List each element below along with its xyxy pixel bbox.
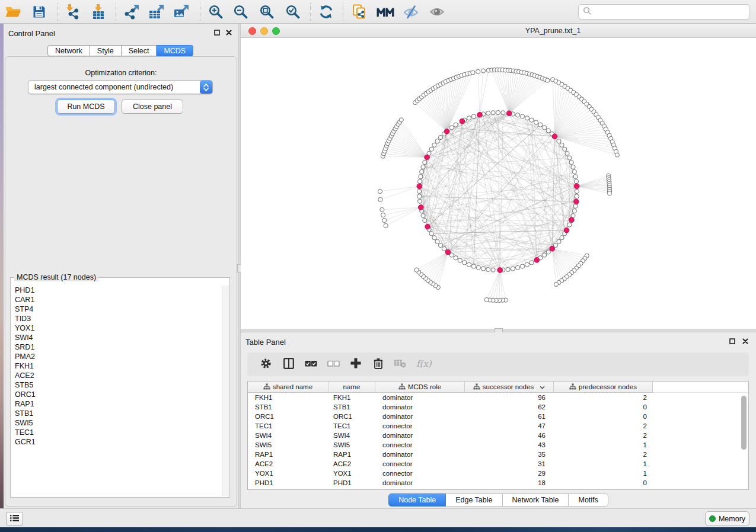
tab-network[interactable]: Network [47, 45, 90, 56]
create-column-button[interactable] [347, 355, 365, 373]
cell-mcds-role[interactable]: dominator [375, 478, 465, 488]
cell-name[interactable]: YOX1 [328, 469, 375, 478]
import-table-button[interactable] [88, 2, 109, 22]
fit-selected-button[interactable] [283, 2, 303, 22]
search-input[interactable] [595, 6, 749, 18]
task-history-button[interactable] [6, 512, 23, 525]
cell-successor-nodes[interactable]: 29 [465, 469, 554, 478]
cell-successor-nodes[interactable]: 31 [465, 459, 554, 469]
mcds-result-item[interactable]: PMA2 [11, 352, 222, 361]
cell-name[interactable]: STB1 [328, 402, 375, 412]
mcds-result-item[interactable]: TID3 [11, 314, 222, 323]
show-all-button[interactable] [427, 2, 447, 22]
cell-successor-nodes[interactable]: 96 [465, 393, 554, 402]
tab-edge-table[interactable]: Edge Table [446, 493, 502, 507]
mcds-result-item[interactable]: GCR1 [11, 437, 222, 447]
cell-name[interactable]: TEC1 [328, 421, 375, 431]
tab-node-table[interactable]: Node Table [388, 493, 446, 507]
cell-name[interactable]: SWI5 [328, 440, 375, 450]
mcds-result-item[interactable]: SWI5 [11, 418, 222, 428]
float-panel-icon[interactable] [213, 28, 221, 36]
tab-select[interactable]: Select [122, 45, 157, 56]
cell-successor-nodes[interactable]: 43 [465, 440, 554, 450]
table-row[interactable]: YOX1YOX1connector291 [248, 469, 748, 478]
table-settings-button[interactable] [257, 355, 275, 373]
cell-shared-name[interactable]: STB1 [248, 402, 328, 412]
cell-shared-name[interactable]: TEC1 [248, 421, 328, 431]
column-header-name[interactable]: name [328, 382, 375, 393]
close-panel-icon[interactable] [225, 28, 232, 36]
table-row[interactable]: PHD1PHD1dominator180 [248, 478, 748, 488]
cell-mcds-role[interactable]: dominator [375, 393, 465, 402]
table-row[interactable]: ACE2ACE2connector311 [248, 459, 748, 469]
cell-mcds-role[interactable]: connector [375, 421, 465, 431]
tab-network-table[interactable]: Network Table [503, 493, 569, 507]
open-session-button[interactable] [3, 2, 23, 22]
export-table-button[interactable] [146, 2, 167, 22]
mcds-result-item[interactable]: STP4 [11, 305, 222, 314]
zoom-out-button[interactable] [231, 2, 251, 22]
table-row[interactable]: TEC1TEC1connector472 [248, 421, 748, 431]
cell-mcds-role[interactable]: dominator [375, 402, 465, 412]
mcds-result-item[interactable]: TEC1 [11, 428, 222, 437]
hide-selected-button[interactable] [401, 2, 421, 22]
refresh-view-button[interactable] [316, 2, 336, 22]
table-row[interactable]: STB1STB1dominator620 [248, 402, 748, 412]
cell-name[interactable]: RAP1 [328, 450, 375, 459]
cell-predecessor-nodes[interactable]: 0 [554, 402, 653, 412]
cell-name[interactable]: SWI4 [328, 431, 375, 440]
cell-name[interactable]: FKH1 [328, 393, 375, 402]
mcds-result-item[interactable]: FKH1 [11, 361, 222, 371]
import-network-button[interactable] [62, 2, 82, 22]
network-window-titlebar[interactable]: YPA_prune.txt_1 [241, 24, 756, 38]
mcds-result-item[interactable]: RAP1 [11, 399, 222, 409]
cell-predecessor-nodes[interactable]: 1 [554, 440, 653, 450]
close-panel-icon[interactable] [741, 337, 749, 345]
mcds-result-item[interactable]: CAR1 [11, 295, 222, 305]
mcds-list-scrollbar[interactable] [222, 286, 229, 496]
table-scrollbar-thumb[interactable] [741, 396, 747, 450]
cell-successor-nodes[interactable]: 62 [465, 402, 554, 412]
zoom-window-icon[interactable] [272, 27, 280, 35]
column-header-successor-nodes[interactable]: successor nodes [465, 382, 554, 393]
mcds-result-item[interactable]: ORC1 [11, 390, 222, 399]
cell-mcds-role[interactable]: dominator [375, 412, 465, 421]
cell-successor-nodes[interactable]: 46 [465, 431, 554, 440]
table-row[interactable]: FKH1FKH1dominator962 [248, 393, 748, 402]
mcds-result-item[interactable]: YOX1 [11, 323, 222, 333]
export-network-button[interactable] [122, 2, 142, 22]
mcds-result-item[interactable]: ACE2 [11, 371, 222, 380]
clone-network-button[interactable] [349, 2, 369, 22]
cell-shared-name[interactable]: SWI5 [248, 440, 328, 450]
criterion-select[interactable]: largest connected component (undirected) [28, 80, 213, 94]
cell-mcds-role[interactable]: dominator [375, 431, 465, 440]
show-all-columns-button[interactable] [302, 355, 320, 373]
cell-predecessor-nodes[interactable]: 2 [554, 393, 653, 402]
table-row[interactable]: SWI5SWI5connector431 [248, 440, 748, 450]
close-panel-button[interactable]: Close panel [122, 100, 183, 114]
table-row[interactable]: SWI4SWI4dominator462 [248, 431, 748, 440]
mcds-result-item[interactable]: SRD1 [11, 342, 222, 352]
cell-successor-nodes[interactable]: 47 [465, 421, 554, 431]
mcds-result-list[interactable]: PHD1CAR1STP4TID3YOX1SWI4SRD1PMA2FKH1ACE2… [11, 286, 222, 496]
memory-button[interactable]: Memory [705, 511, 749, 526]
cell-predecessor-nodes[interactable]: 2 [554, 421, 653, 431]
cell-successor-nodes[interactable]: 18 [465, 478, 554, 488]
toggle-panes-button[interactable] [280, 355, 298, 373]
run-mcds-button[interactable]: Run MCDS [57, 100, 115, 114]
cell-successor-nodes[interactable]: 35 [465, 450, 554, 459]
cell-mcds-role[interactable]: dominator [375, 450, 465, 459]
mcds-result-item[interactable]: SWI4 [11, 333, 222, 342]
mcds-result-item[interactable]: PHD1 [11, 286, 222, 295]
table-row[interactable]: RAP1RAP1dominator352 [248, 450, 748, 459]
save-session-button[interactable] [29, 2, 49, 22]
cell-predecessor-nodes[interactable]: 2 [554, 431, 653, 440]
fit-content-button[interactable] [257, 2, 277, 22]
cell-shared-name[interactable]: YOX1 [248, 469, 328, 478]
tab-style[interactable]: Style [90, 45, 122, 56]
cell-shared-name[interactable]: SWI4 [248, 431, 328, 440]
close-window-icon[interactable] [248, 27, 256, 35]
minimize-window-icon[interactable] [260, 27, 268, 35]
mcds-result-item[interactable]: STB5 [11, 380, 222, 390]
cell-name[interactable]: ACE2 [328, 459, 375, 469]
